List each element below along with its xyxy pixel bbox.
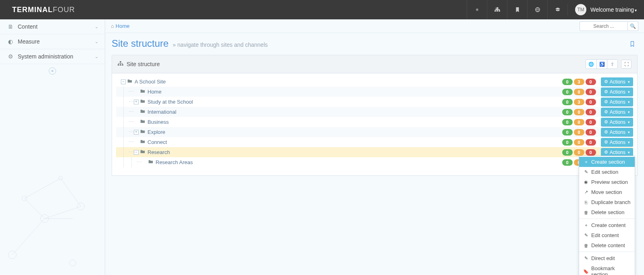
actions-label: Actions <box>610 129 625 135</box>
svg-rect-18 <box>118 64 119 65</box>
dropdown-item-edit-section[interactable]: ✎Edit section <box>579 167 635 177</box>
actions-button[interactable]: ⚙Actions <box>601 98 633 106</box>
breadcrumb[interactable]: ⌂ Home <box>111 23 130 29</box>
dropdown-item-bookmark-section[interactable]: 🔖Bookmark section <box>579 263 635 275</box>
menu-item-icon: 🗑 <box>583 210 589 215</box>
collapse-icon[interactable]: − <box>134 150 139 155</box>
svg-rect-0 <box>497 7 498 8</box>
gear-icon: ⚙ <box>604 140 608 145</box>
menu-item-label: Delete section <box>591 209 624 215</box>
search-button[interactable]: 🔍 <box>628 21 638 31</box>
dropdown-item-direct-edit[interactable]: ✎Direct edit <box>579 253 635 263</box>
menu-item-icon: ⎘ <box>583 200 589 205</box>
dropdown-item-delete-content[interactable]: 🗑Delete content <box>579 240 635 250</box>
tree-node-label[interactable]: International <box>147 109 177 115</box>
dropdown-item-move-section[interactable]: ↗Move section <box>579 187 635 197</box>
status-badges: 000 <box>562 149 596 156</box>
tree-node-label[interactable]: Research <box>147 149 170 155</box>
badge-approved: 0 <box>562 79 573 85</box>
toolbar-accessibility-button[interactable]: ♿ <box>596 60 607 69</box>
folder-icon <box>140 129 145 135</box>
actions-button[interactable]: ⚙Actions <box>601 88 633 96</box>
svg-line-11 <box>12 219 45 255</box>
tree-node-label[interactable]: Business <box>147 119 169 125</box>
tree-node-label[interactable]: Research Areas <box>156 159 193 165</box>
svg-rect-3 <box>499 10 500 12</box>
expand-icon[interactable]: + <box>134 100 139 104</box>
menu-item-label: Preview section <box>591 179 628 185</box>
sitemap-icon <box>494 7 500 12</box>
tree-node-label[interactable]: Explore <box>147 129 165 135</box>
tree-node-label[interactable]: Home <box>147 89 162 95</box>
bookmark-page-icon[interactable] <box>629 41 638 48</box>
sidebar-item-content[interactable]: 🗎 Content ⌄ <box>0 19 105 34</box>
panel-header: Site structure 🌐 ♿ ⇪ ⛶ <box>112 55 637 73</box>
header-sitemap[interactable] <box>487 0 507 19</box>
actions-button[interactable]: ⚙Actions <box>601 108 633 117</box>
menu-item-icon: ✎ <box>583 169 589 175</box>
breadcrumb-home: Home <box>116 23 130 29</box>
sidebar-item-label: System administration <box>18 53 73 60</box>
panel-title: Site structure <box>127 61 160 67</box>
panel-toolbar: 🌐 ♿ ⇪ <box>586 59 618 69</box>
brand-light: FOUR <box>53 6 75 14</box>
dropdown-item-delete-section[interactable]: 🗑Delete section <box>579 207 635 217</box>
gear-icon: ⚙ <box>604 79 608 84</box>
tree-row: Business000⚙Actions <box>116 117 633 127</box>
badge-approved: 0 <box>562 149 573 156</box>
tree-row: +Explore000⚙Actions <box>116 127 633 137</box>
actions-button[interactable]: ⚙Actions <box>601 77 633 86</box>
badge-pending: 3 <box>574 99 584 105</box>
dropdown-item-preview-section[interactable]: ◉Preview section <box>579 177 635 187</box>
globe-icon <box>535 7 540 12</box>
header-notification[interactable] <box>467 0 487 19</box>
tree-node-label[interactable]: Connect <box>147 139 167 145</box>
user-menu[interactable]: TM Welcome training <box>567 4 644 15</box>
actions-label: Actions <box>610 109 625 115</box>
toolbar-globe-button[interactable]: 🌐 <box>586 60 596 69</box>
tree-node-label[interactable]: Study at the School <box>147 99 193 105</box>
dropdown-item-duplicate-branch[interactable]: ⎘Duplicate branch <box>579 197 635 207</box>
actions-button[interactable]: ⚙Actions <box>601 118 633 127</box>
sidebar-item-measure[interactable]: ◐ Measure ⌄ <box>0 34 105 49</box>
search-input[interactable] <box>580 21 628 31</box>
gear-icon: ⚙ <box>604 119 608 125</box>
svg-point-9 <box>77 203 85 210</box>
toolbar-export-button[interactable]: ⇪ <box>607 60 617 69</box>
badge-approved: 0 <box>562 129 573 135</box>
header-help[interactable] <box>547 0 567 19</box>
svg-line-15 <box>61 178 81 206</box>
menu-item-icon: ◉ <box>583 179 589 185</box>
main-content: ⌂ Home 🔍 Site structure navigate through… <box>105 19 644 275</box>
dropdown-item-edit-content[interactable]: ✎Edit content <box>579 230 635 240</box>
badge-approved: 0 <box>562 119 573 125</box>
dropdown-item-create-section[interactable]: ＋Create section <box>579 157 635 167</box>
svg-line-14 <box>45 206 81 219</box>
badge-inactive: 0 <box>586 89 596 95</box>
sidebar-item-system-administration[interactable]: ⚙ System administration ⌄ <box>0 49 105 64</box>
status-badges: 000 <box>562 129 596 135</box>
sidebar: 🗎 Content ⌄ ◐ Measure ⌄ ⚙ System adminis… <box>0 19 105 275</box>
expand-icon[interactable]: + <box>134 130 139 135</box>
dropdown-divider <box>579 219 635 219</box>
tree-node-label[interactable]: A School Site <box>135 79 166 85</box>
dropdown-item-create-content[interactable]: ＋Create content <box>579 220 635 230</box>
status-badges: 000 <box>562 109 596 115</box>
menu-item-label: Move section <box>591 189 622 195</box>
badge-approved: 0 <box>562 139 573 146</box>
sitemap-icon <box>118 61 123 68</box>
folder-icon <box>140 119 145 125</box>
collapse-icon[interactable]: − <box>121 79 126 84</box>
sidebar-item-label: Measure <box>18 38 39 45</box>
actions-button[interactable]: ⚙Actions <box>601 138 633 147</box>
fullscreen-button[interactable]: ⛶ <box>621 60 632 69</box>
actions-button[interactable]: ⚙Actions <box>601 128 633 137</box>
globe-icon: 🌐 <box>588 62 594 67</box>
app-header: TERMINALFOUR TM Welcome training <box>0 0 644 19</box>
menu-item-icon: ＋ <box>583 222 589 228</box>
badge-inactive: 0 <box>586 139 596 146</box>
sidebar-collapse[interactable]: « <box>0 64 105 77</box>
status-badges: 000 <box>562 119 596 125</box>
header-bookmark[interactable] <box>507 0 527 19</box>
header-globe[interactable] <box>527 0 547 19</box>
